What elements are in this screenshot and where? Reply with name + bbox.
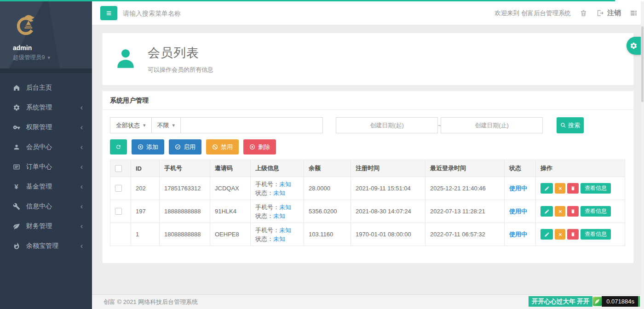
parent-status-link[interactable]: 未知	[273, 212, 285, 219]
status-badge: 使用中	[509, 208, 527, 215]
sidebar-item-info[interactable]: 信息中心 ‹	[0, 196, 92, 216]
clear-cache-button[interactable]	[580, 9, 587, 17]
cell-register-time: 2021-08-30 14:07:24	[351, 200, 426, 223]
col-header-id: ID	[131, 160, 160, 177]
sidebar-item-members[interactable]: 会员中心 ‹	[0, 137, 92, 157]
sidebar-item-funds[interactable]: ¥ 基金管理 ‹	[0, 177, 92, 196]
sidebar-toggle-button[interactable]: ≡	[100, 6, 117, 20]
cell-phone: 17851763312	[160, 177, 210, 200]
fire-icon	[12, 242, 20, 250]
table-row: 197 18888888888 91HLK4 手机号：未知 状态：未知 5356…	[110, 200, 625, 223]
parent-status-link[interactable]: 未知	[273, 235, 285, 242]
date-start-input[interactable]	[336, 117, 438, 133]
chevron-left-icon: ‹	[80, 124, 83, 131]
view-info-button[interactable]: 查看信息	[581, 229, 611, 240]
edit-row-button[interactable]	[540, 183, 553, 194]
add-button[interactable]: 添加	[132, 139, 164, 154]
sidebar-item-label: 权限管理	[26, 123, 52, 132]
keyword-search-input[interactable]	[180, 117, 323, 133]
plus-circle-icon	[138, 144, 144, 150]
status-badge: 使用中	[509, 231, 527, 238]
topbar-right: 欢迎来到 创富后台管理系统 注销	[494, 9, 638, 17]
view-info-button[interactable]: 查看信息	[581, 183, 611, 194]
parent-phone-link[interactable]: 未知	[279, 227, 291, 234]
parent-phone-label: 手机号：	[255, 227, 279, 234]
trash-icon	[570, 232, 575, 237]
status-filter-dropdown[interactable]: 全部状态 ▾	[110, 117, 152, 133]
chevron-left-icon: ‹	[80, 143, 83, 151]
menu-search-input[interactable]	[123, 10, 316, 17]
cell-balance: 103.1160	[304, 223, 351, 246]
sidebar-item-orders[interactable]: 订单中心 ‹	[0, 157, 92, 177]
select-all-checkbox[interactable]	[115, 165, 122, 172]
logout-button[interactable]: 注销	[596, 9, 621, 17]
sidebar-role-dropdown[interactable]: 超级管理员9 ▾	[13, 54, 92, 62]
sidebar-item-finance[interactable]: 财务管理 ‹	[0, 216, 92, 236]
users-table: ID 手机号 邀请码 上级信息 余额 注册时间 最近登录时间 状态 操作	[110, 160, 625, 246]
disable-row-button[interactable]	[555, 206, 565, 217]
sidebar-item-label: 订单中心	[26, 163, 52, 171]
delete-row-button[interactable]	[567, 229, 579, 240]
scrollbar-thumb[interactable]	[641, 26, 644, 102]
cell-balance: 28.0000	[304, 177, 351, 200]
row-actions: 查看信息	[540, 183, 620, 194]
sidebar-item-dashboard[interactable]: 后台主页	[0, 78, 92, 97]
date-end-input[interactable]	[441, 117, 543, 133]
welcome-text: 欢迎来到 创富后台管理系统	[494, 9, 571, 17]
search-button[interactable]: 搜索	[557, 117, 584, 133]
col-header-invite-code: 邀请码	[210, 160, 251, 177]
load-timer-badge: 0.071884s	[602, 296, 640, 307]
main-content: 会员列表 可以操作会员的所有信息 系统用户管理 全部状态 ▾ 不限 ▾	[92, 25, 644, 294]
edit-row-button[interactable]	[540, 229, 553, 240]
gears-icon	[630, 42, 638, 50]
edit-row-button[interactable]	[540, 206, 553, 217]
status-filter-label: 全部状态	[116, 121, 140, 130]
settings-fab-button[interactable]	[627, 37, 641, 55]
limit-filter-dropdown[interactable]: 不限 ▾	[151, 117, 181, 133]
col-header-actions: 操作	[536, 160, 625, 177]
col-header-balance: 余额	[304, 160, 351, 177]
status-badge: 使用中	[509, 185, 527, 192]
disable-row-button[interactable]	[555, 229, 565, 240]
sidebar-item-yuebao[interactable]: 余额宝管理 ‹	[0, 236, 92, 256]
parent-phone-link[interactable]: 未知	[279, 204, 291, 211]
page-scrollbar[interactable]	[641, 1, 644, 309]
cell-register-time: 2021-09-11 15:51:04	[351, 177, 426, 200]
row-actions: 查看信息	[540, 206, 620, 217]
view-info-button[interactable]: 查看信息	[581, 206, 611, 217]
member-avatar-icon	[114, 47, 137, 72]
app-window: admin 超级管理员9 ▾ 后台主页 系统管理 ‹	[0, 0, 644, 309]
trash-outline-icon	[580, 9, 587, 17]
enable-button[interactable]: 启用	[169, 139, 201, 154]
sidebar-item-label: 基金管理	[26, 183, 52, 191]
pace-leaf-icon	[592, 296, 603, 307]
delete-button[interactable]: 删除	[243, 139, 276, 154]
sidebar-item-system[interactable]: 系统管理 ‹	[0, 97, 92, 117]
cell-id: 197	[131, 200, 160, 223]
sign-out-icon	[596, 9, 604, 17]
table-row: 1 18088888888 OEHPE8 手机号：未知 状态：未知 103.11…	[110, 223, 625, 246]
row-checkbox[interactable]	[115, 208, 122, 215]
refresh-button[interactable]	[110, 139, 127, 154]
col-header-status: 状态	[505, 160, 536, 177]
x-icon	[558, 209, 563, 214]
sidebar-divider	[0, 69, 92, 73]
sidebar-item-permissions[interactable]: 权限管理 ‹	[0, 117, 92, 137]
row-checkbox[interactable]	[115, 185, 122, 192]
delete-row-button[interactable]	[567, 183, 579, 194]
disable-row-button[interactable]	[555, 183, 565, 194]
logout-label: 注销	[607, 9, 621, 17]
log-panel-button[interactable]	[630, 9, 638, 17]
parent-status-link[interactable]: 未知	[273, 189, 285, 196]
cell-phone: 18088888888	[160, 223, 210, 246]
disable-button[interactable]: 禁用	[206, 139, 239, 154]
page-title: 会员列表	[148, 45, 213, 61]
table-header-row: ID 手机号 邀请码 上级信息 余额 注册时间 最近登录时间 状态 操作	[110, 160, 625, 177]
chevron-left-icon: ‹	[80, 163, 83, 171]
parent-phone-link[interactable]: 未知	[279, 181, 291, 188]
filter-input-group: 全部状态 ▾ 不限 ▾	[110, 117, 323, 133]
caret-down-icon: ▾	[143, 122, 146, 128]
filter-row: 全部状态 ▾ 不限 ▾ ~	[110, 117, 626, 133]
delete-row-button[interactable]	[567, 206, 579, 217]
sidebar-item-label: 信息中心	[26, 202, 52, 211]
